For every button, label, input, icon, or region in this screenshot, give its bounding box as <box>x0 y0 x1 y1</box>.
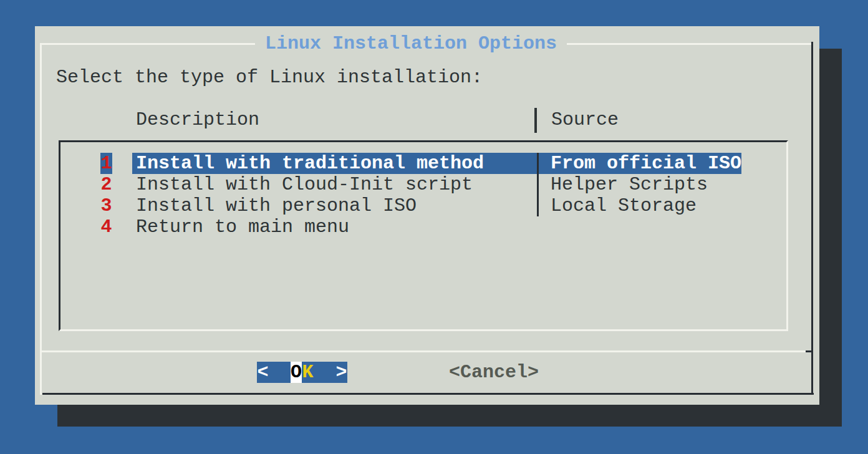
column-separator-icon <box>534 108 537 133</box>
menu-list: 1 Install with traditional method From o… <box>60 142 786 329</box>
menu-item-number: 2 <box>100 174 112 195</box>
button-separator-line <box>40 350 806 352</box>
menu-item-source: Local Storage <box>551 195 697 216</box>
dialog-border-bottom <box>42 393 814 395</box>
dialog-border-right <box>811 42 813 395</box>
column-header-source: Source <box>551 109 619 130</box>
menu-item-description: Install with Cloud-Init script <box>136 174 473 195</box>
column-header-description: Description <box>136 109 259 130</box>
menu-item-row[interactable]: 3 Install with personal ISO Local Storag… <box>60 195 786 216</box>
menu-item-row[interactable]: 4 Return to main menu <box>60 216 786 238</box>
dialog-border-left <box>40 43 42 395</box>
cancel-button[interactable]: <Cancel> <box>449 362 539 383</box>
menu-item-number: 1 <box>100 153 112 174</box>
dialog-title: Linux Installation Options <box>255 33 567 54</box>
column-separator-line <box>537 195 539 216</box>
menu-item-description: Return to main menu <box>136 216 349 238</box>
menu-item-row[interactable]: 1 Install with traditional method From o… <box>60 153 786 174</box>
terminal-screen: Linux Installation Options Select the ty… <box>0 0 868 454</box>
menu-item-description: Install with traditional method <box>136 153 484 174</box>
menu-item-number: 4 <box>100 216 112 238</box>
ok-close-bracket: > <box>335 362 347 383</box>
menu-item-source: From official ISO <box>551 153 741 174</box>
ok-accel-char: K <box>302 362 314 383</box>
column-separator-line <box>537 153 539 174</box>
column-separator-line <box>537 174 539 195</box>
menu-item-row[interactable]: 2 Install with Cloud-Init script Helper … <box>60 174 786 195</box>
menu-item-description: Install with personal ISO <box>136 195 417 216</box>
menu-item-source: Helper Scripts <box>551 174 708 195</box>
ok-button[interactable]: < O K > <box>257 362 347 383</box>
ok-open-bracket: < <box>257 362 269 383</box>
dialog-message: Select the type of Linux installation: <box>56 67 483 88</box>
button-separator-end <box>806 350 813 352</box>
ok-cursor-char: O <box>291 362 302 383</box>
menu-item-number: 3 <box>100 195 112 216</box>
menu-box: 1 Install with traditional method From o… <box>59 140 788 331</box>
dialog-window: Linux Installation Options Select the ty… <box>35 26 819 405</box>
